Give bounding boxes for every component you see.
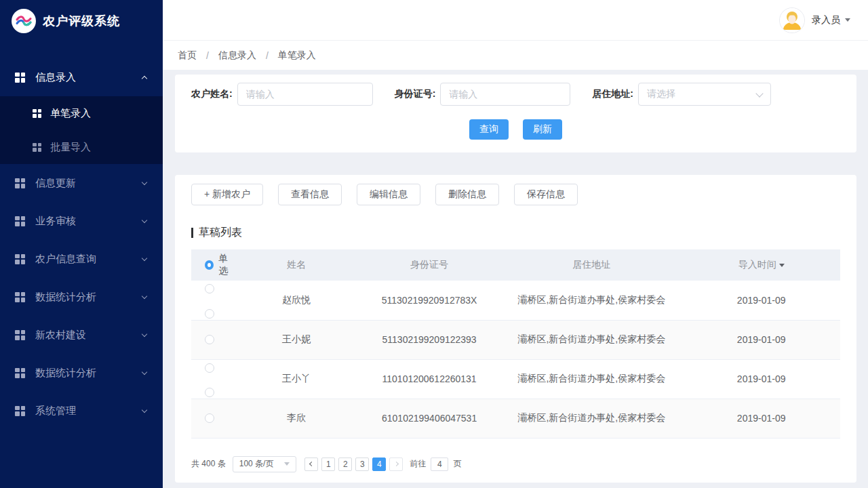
date-cell: 2019-01-09 (682, 399, 840, 438)
header-radio-icon (205, 260, 214, 270)
page-size-select[interactable]: 100 条/页 (233, 456, 297, 472)
app-root: 农户评级系统 信息录入单笔录入批量导入信息更新业务审核农户信息查询数据统计分析新… (0, 0, 868, 488)
grid-icon (15, 73, 25, 83)
sidebar-subitem-label: 批量导入 (50, 141, 163, 154)
address-cell: 灞桥区,新合街道办事处,侯家村委会 (500, 359, 682, 399)
column-header-cell: 导入时间 (682, 249, 840, 281)
pagination: 共 400 条100 条/页1234前往页 (191, 456, 840, 472)
refresh-button[interactable]: 刷新 (523, 119, 562, 140)
sidebar-subitem[interactable]: 批量导入 (0, 130, 163, 164)
table-row[interactable]: 赵欣悦51130219920912783X灞桥区,新合街道办事处,侯家村委会20… (191, 281, 840, 320)
date-cell: 2019-01-09 (682, 359, 840, 399)
table-row[interactable]: 李欣610102199406047531灞桥区,新合街道办事处,侯家村委会201… (191, 399, 840, 438)
section-title: 草稿列表 (191, 226, 840, 240)
grid-icon (33, 109, 41, 118)
name-cell: 王小妮 (235, 320, 358, 359)
row-radio[interactable] (205, 363, 214, 373)
sidebar-item[interactable]: 数据统计分析 (0, 278, 163, 316)
sidebar-item-label: 新农村建设 (35, 329, 142, 342)
sidebar-item[interactable]: 信息更新 (0, 164, 163, 202)
user-menu[interactable]: 录入员 (779, 7, 850, 33)
sidebar-subitem[interactable]: 单笔录入 (0, 96, 163, 130)
chevron-down-icon (142, 331, 147, 336)
prev-page-button[interactable] (304, 458, 318, 471)
sidebar-item[interactable]: 系统管理 (0, 392, 163, 430)
sidebar-item-label: 数据统计分析 (35, 291, 142, 304)
row-radio[interactable] (205, 335, 214, 344)
chevron-down-icon (142, 179, 147, 184)
query-button[interactable]: 查询 (469, 119, 509, 140)
grid-icon (15, 178, 25, 188)
next-page-button[interactable] (389, 458, 403, 471)
breadcrumb-item[interactable]: 首页 (178, 49, 197, 62)
app-title: 农户评级系统 (43, 13, 120, 29)
sidebar-item[interactable]: 数据统计分析 (0, 354, 163, 392)
sidebar-item[interactable]: 农户信息查询 (0, 240, 163, 278)
grid-icon (15, 292, 25, 302)
grid-icon (15, 330, 25, 340)
grid-icon (15, 254, 25, 264)
add-farmer-button[interactable]: + 新增农户 (191, 184, 263, 205)
pager: 1234 (304, 458, 403, 471)
sidebar-item-label: 信息录入 (35, 71, 142, 84)
page-button[interactable]: 1 (321, 458, 335, 471)
sidebar-item[interactable]: 信息录入 (0, 58, 163, 96)
sidebar-subitem-label: 单笔录入 (50, 107, 163, 120)
row-radio[interactable] (205, 284, 214, 293)
sidebar-item-label: 数据统计分析 (35, 367, 142, 380)
row-radio[interactable] (205, 309, 214, 319)
sort-desc-icon[interactable] (779, 264, 785, 267)
breadcrumb-item[interactable]: 信息录入 (218, 49, 256, 62)
caret-down-icon (284, 462, 290, 466)
content: 农户姓名:身份证号:居住地址:请选择 查询 刷新 + 新增农户查看信息编辑信息删… (163, 70, 868, 488)
edit-info-button[interactable]: 编辑信息 (357, 184, 420, 205)
chevron-up-icon (142, 75, 147, 81)
row-radio[interactable] (205, 413, 214, 423)
page-button[interactable]: 4 (372, 458, 386, 471)
column-header-label: 居住地址 (572, 259, 610, 271)
table-row[interactable]: 王小妮511302199209122393灞桥区,新合街道办事处,侯家村委会20… (191, 320, 840, 359)
address-cell: 灞桥区,新合街道办事处,侯家村委会 (500, 399, 682, 438)
column-header-label: 姓名 (287, 259, 306, 271)
sidebar-item[interactable]: 业务审核 (0, 202, 163, 240)
id-number-input[interactable] (440, 83, 570, 106)
date-cell: 2019-01-09 (682, 281, 840, 320)
radio-cell (191, 281, 235, 320)
save-info-button[interactable]: 保存信息 (514, 184, 578, 205)
delete-info-button[interactable]: 删除信息 (435, 184, 499, 205)
filter-row: 农户姓名:身份证号:居住地址:请选择 (191, 83, 840, 106)
column-header-label: 身份证号 (410, 259, 448, 271)
main-area: 录入员 首页/信息录入/单笔录入 农户姓名:身份证号:居住地址:请选择 查询 刷… (163, 0, 868, 488)
title-bar-icon (191, 228, 193, 238)
grid-icon (15, 216, 25, 226)
address-cell: 灞桥区,新合街道办事处,侯家村委会 (500, 281, 682, 320)
sidebar-item-label: 业务审核 (35, 215, 142, 228)
table-row[interactable]: 王小丫110101200612260131灞桥区,新合街道办事处,侯家村委会20… (191, 359, 840, 399)
id-cell: 610102199406047531 (358, 399, 501, 438)
column-header-label: 导入时间 (738, 259, 776, 271)
sidebar-menu: 信息录入单笔录入批量导入信息更新业务审核农户信息查询数据统计分析新农村建设数据统… (0, 58, 163, 430)
sidebar-item[interactable]: 新农村建设 (0, 316, 163, 354)
breadcrumb-item[interactable]: 单笔录入 (278, 49, 316, 62)
grid-icon (15, 368, 25, 378)
column-header-cell: 身份证号 (358, 249, 501, 281)
page-button[interactable]: 2 (338, 458, 352, 471)
select-placeholder: 请选择 (647, 88, 675, 100)
toolbar: + 新增农户查看信息编辑信息删除信息保存信息 (191, 184, 840, 205)
row-radio[interactable] (205, 388, 214, 397)
farmer-name-input[interactable] (237, 83, 373, 106)
address-select[interactable]: 请选择 (638, 83, 771, 106)
grid-icon (15, 406, 25, 416)
chevron-down-icon (142, 369, 147, 374)
field-label: 身份证号: (395, 88, 436, 100)
view-info-button[interactable]: 查看信息 (278, 184, 342, 205)
goto-unit-label: 页 (453, 458, 461, 470)
chevron-down-icon (142, 217, 147, 222)
name-cell: 李欣 (235, 399, 358, 438)
id-cell: 110101200612260131 (358, 359, 501, 399)
goto-page-input[interactable] (431, 458, 448, 471)
chevron-down-icon (142, 255, 147, 260)
page-button[interactable]: 3 (355, 458, 369, 471)
radio-cell (191, 320, 235, 359)
filter-field: 身份证号: (395, 83, 571, 106)
